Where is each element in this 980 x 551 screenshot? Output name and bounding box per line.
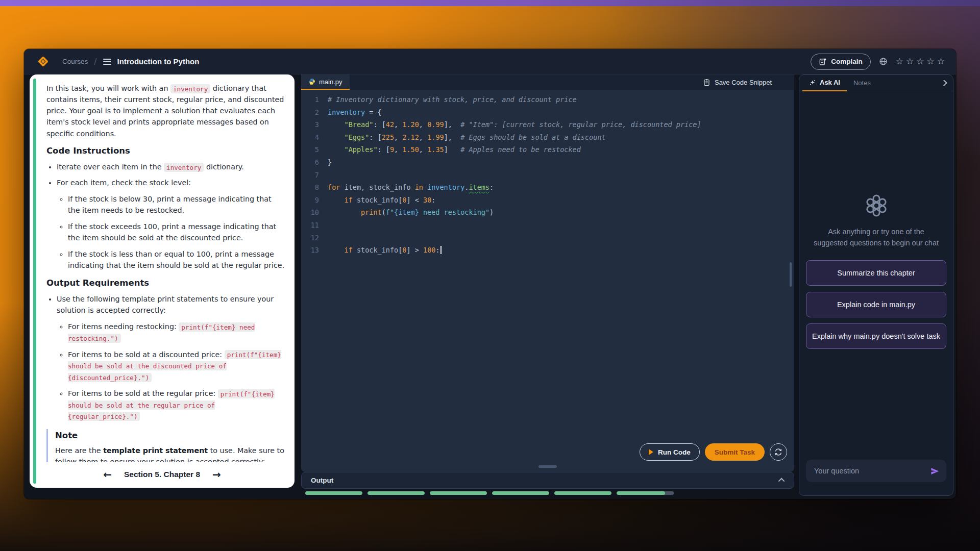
breadcrumb-separator: / [94, 56, 96, 67]
instructions-list: Iterate over each item in the inventory … [46, 161, 285, 271]
ask-ai-icon [809, 79, 816, 86]
output-requirements-heading: Output Requirements [46, 277, 285, 290]
list-item: For each item, check the stock level: If… [57, 177, 285, 271]
ai-question-input[interactable] [813, 466, 930, 475]
code-line[interactable]: 11 [301, 219, 794, 232]
progress-bar[interactable] [617, 491, 674, 495]
app-window: Courses / Introduction to Python Complai… [24, 49, 956, 499]
collapse-output-icon[interactable] [778, 478, 785, 485]
python-icon [308, 78, 315, 85]
globe-icon[interactable] [879, 57, 888, 66]
progress-bar[interactable] [554, 491, 611, 495]
desktop-background: Courses / Introduction to Python Complai… [0, 0, 980, 551]
list-item: If the stock is less than or equal to 10… [68, 248, 285, 271]
list-item-text: For each item, check the stock level: [57, 179, 191, 187]
editor-tabbar: main.py Save Code Snippet [301, 74, 794, 90]
refresh-icon [774, 448, 782, 456]
code-line[interactable]: 5 "Apples": [9, 1.50, 1.35] # Apples nee… [301, 143, 794, 156]
ai-suggestions: Summarize this chapter Explain code in m… [806, 260, 946, 349]
ai-empty-caption: Ask anything or try one of the suggested… [812, 226, 941, 249]
tab-ask-ai[interactable]: Ask AI [802, 75, 847, 91]
code-line[interactable]: 2inventory = { [301, 106, 794, 119]
list-item: If the stock exceeds 100, print a messag… [68, 221, 285, 243]
page-title: Introduction to Python [117, 57, 200, 66]
save-snippet-icon [703, 79, 710, 86]
next-chapter-button[interactable]: → [210, 468, 223, 481]
list-item: For items to be sold at the regular pric… [68, 388, 285, 421]
editor-scrollbar[interactable] [790, 262, 792, 287]
output-rules-list: For items needing restocking: print(f"{i… [57, 321, 285, 421]
task-intro: In this task, you will work with an inve… [46, 83, 285, 139]
top-accent-strip [0, 0, 980, 6]
code-line[interactable]: 8for item, stock_info in inventory.items… [301, 181, 794, 194]
run-code-button[interactable]: Run Code [640, 443, 700, 461]
complain-button[interactable]: Complain [811, 54, 871, 70]
suggestion-explain-why-fails[interactable]: Explain why main.py doesn't solve task [806, 323, 946, 349]
note-body: Here are the template print statement to… [55, 445, 285, 462]
progress-bar[interactable] [492, 491, 549, 495]
rating-star[interactable]: ☆ [916, 57, 924, 66]
chapter-label: Section 5. Chapter 8 [124, 470, 200, 479]
ai-tabs: Ask AI Notes [799, 75, 953, 91]
ai-empty-state: Ask anything or try one of the suggested… [799, 193, 953, 349]
suggestion-summarize-chapter[interactable]: Summarize this chapter [806, 260, 946, 286]
code-lines: 1# Inventory dictionary with stock, pric… [301, 90, 794, 257]
tab-notes[interactable]: Notes [847, 75, 877, 91]
output-panel-header[interactable]: Output [301, 472, 794, 489]
progress-bar[interactable] [305, 491, 362, 495]
output-requirements-list: Use the following template print stateme… [46, 293, 285, 422]
list-item: Iterate over each item in the inventory … [57, 161, 285, 172]
rating-stars: ☆☆☆☆☆ [896, 57, 945, 66]
output-drag-handle[interactable] [538, 465, 557, 468]
prev-chapter-button[interactable]: ← [101, 468, 114, 481]
submit-task-button[interactable]: Submit Task [705, 443, 765, 461]
code-line[interactable]: 3 "Bread": [42, 1.20, 0.99], # "Item": [… [301, 118, 794, 131]
rating-star[interactable]: ☆ [896, 57, 903, 66]
note-heading: Note [55, 429, 285, 442]
stock-rules-list: If the stock is below 30, print a messag… [57, 193, 285, 271]
progress-bar[interactable] [368, 491, 425, 495]
ai-question-box [806, 460, 946, 482]
tab-main-py[interactable]: main.py [301, 74, 350, 90]
menu-icon[interactable] [103, 59, 111, 65]
note-block: Note Here are the template print stateme… [46, 429, 285, 462]
ai-panel: Ask AI Notes Ask anything or try on [799, 74, 953, 496]
code-line[interactable]: 12 [301, 232, 794, 244]
progress-bar[interactable] [430, 491, 487, 495]
code-line[interactable]: 13 if stock_info[0] > 100: [301, 244, 794, 257]
brand-logo-icon[interactable] [38, 56, 48, 67]
header-actions: Complain ☆☆☆☆☆ [811, 54, 945, 70]
list-item: Use the following template print stateme… [57, 293, 285, 422]
task-progress-stripe [33, 79, 36, 484]
code-line[interactable]: 1# Inventory dictionary with stock, pric… [301, 93, 794, 106]
code-line[interactable]: 7 [301, 169, 794, 182]
rating-star[interactable]: ☆ [937, 57, 945, 66]
reset-code-button[interactable] [770, 443, 787, 461]
ask-ai-label: Ask AI [820, 79, 840, 86]
complain-label: Complain [831, 58, 863, 65]
run-code-label: Run Code [658, 448, 691, 456]
send-question-button[interactable] [930, 467, 939, 475]
code-line[interactable]: 4 "Eggs": [225, 2.12, 1.99], # Eggs shou… [301, 131, 794, 144]
rating-star[interactable]: ☆ [906, 57, 914, 66]
send-icon [930, 467, 939, 475]
openai-logo-icon [864, 193, 889, 218]
list-item: For items to be sold at a discounted pri… [68, 349, 285, 383]
list-item: For items needing restocking: print(f"{i… [68, 321, 285, 343]
code-line[interactable]: 6} [301, 156, 794, 169]
code-editor[interactable]: 1# Inventory dictionary with stock, pric… [301, 90, 794, 472]
rating-star[interactable]: ☆ [927, 57, 935, 66]
suggestion-explain-code[interactable]: Explain code in main.py [806, 292, 946, 317]
output-label: Output [311, 477, 333, 484]
editor-actions: Run Code Submit Task [640, 443, 787, 461]
complain-icon [819, 58, 827, 66]
text-cursor [440, 246, 442, 254]
save-code-snippet-button[interactable]: Save Code Snippet [703, 79, 794, 86]
task-description: In this task, you will work with an inve… [46, 80, 285, 462]
list-item: If the stock is below 30, print a messag… [68, 193, 285, 216]
breadcrumb-courses[interactable]: Courses [62, 58, 88, 65]
list-item-text: Use the following template print stateme… [57, 295, 274, 314]
code-line[interactable]: 9 if stock_info[0] < 30: [301, 194, 794, 207]
chapter-progress [305, 491, 674, 495]
code-line[interactable]: 10 print(f"{item} need restocking") [301, 206, 794, 219]
